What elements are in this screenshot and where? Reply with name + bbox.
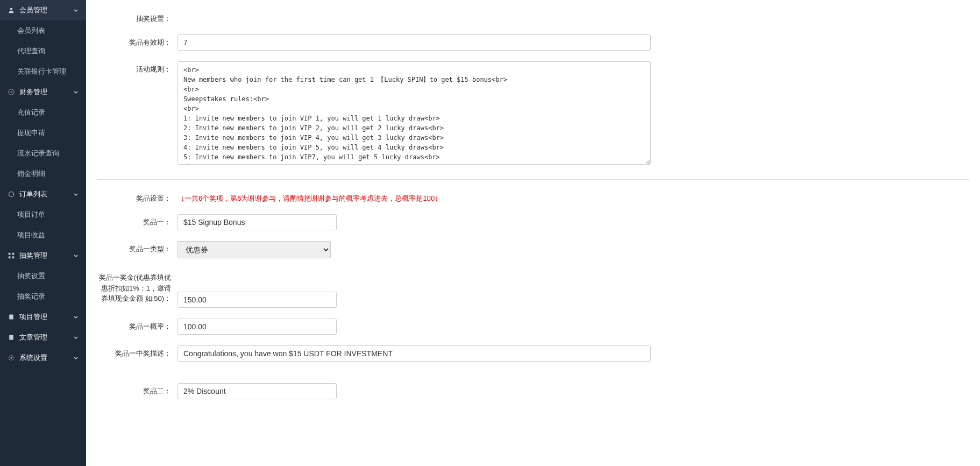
doc-icon bbox=[8, 334, 15, 341]
sidebar-item-lottery-records[interactable]: 抽奖记录 bbox=[0, 286, 86, 307]
lottery-settings-label: 抽奖设置： bbox=[97, 11, 177, 24]
prize-validity-label: 奖品有效期： bbox=[97, 34, 177, 47]
yen-icon: ¥ bbox=[8, 88, 15, 96]
prize1-bonus-label: 奖品一奖金(优惠券填优惠折扣如1%：1，邀请券填现金金额 如:50)： bbox=[97, 269, 177, 304]
sidebar-item-withdraw[interactable]: 提现申请 bbox=[0, 123, 86, 143]
sidebar-group-label: 财务管理 bbox=[19, 87, 73, 97]
svg-rect-4 bbox=[9, 253, 11, 255]
sidebar-group-lottery[interactable]: 抽奖管理 bbox=[0, 245, 86, 266]
chevron-down-icon bbox=[73, 8, 79, 13]
prize1-input[interactable] bbox=[177, 214, 337, 230]
svg-point-0 bbox=[10, 8, 13, 11]
sidebar-group-project[interactable]: 项目管理 bbox=[0, 307, 86, 327]
prize1-type-select[interactable]: 优惠券 bbox=[177, 241, 331, 258]
prize-settings-label: 奖品设置： bbox=[97, 190, 177, 203]
svg-rect-7 bbox=[12, 257, 15, 259]
sidebar-group-label: 会员管理 bbox=[19, 5, 73, 15]
prize1-bonus-input[interactable] bbox=[177, 292, 337, 308]
sidebar-item-project-order[interactable]: 项目订单 bbox=[0, 204, 86, 225]
prize-settings-hint: （一共6个奖项，第6为谢谢参与，请酌情把谢谢参与的概率考虑进去，总概率是100） bbox=[177, 190, 651, 203]
divider bbox=[97, 179, 969, 180]
sidebar-item-lottery-settings[interactable]: 抽奖设置 bbox=[0, 266, 86, 286]
doc-icon bbox=[8, 313, 15, 321]
gear-icon bbox=[8, 354, 15, 362]
activity-rules-textarea[interactable]: <br> New members who join for the first … bbox=[177, 61, 651, 165]
chevron-down-icon bbox=[73, 335, 79, 340]
sidebar-group-label: 系统设置 bbox=[19, 353, 73, 363]
svg-rect-5 bbox=[12, 253, 15, 255]
sidebar-item-bankcard[interactable]: 关联银行卡管理 bbox=[0, 61, 86, 82]
chevron-down-icon bbox=[73, 355, 79, 361]
sidebar-group-label: 订单列表 bbox=[19, 189, 73, 199]
prize2-label: 奖品二： bbox=[97, 383, 177, 396]
sidebar-group-member[interactable]: 会员管理 bbox=[0, 0, 86, 20]
sidebar-group-system[interactable]: 系统设置 bbox=[0, 348, 86, 368]
svg-rect-6 bbox=[9, 257, 11, 259]
sidebar-item-agent-query[interactable]: 代理查询 bbox=[0, 41, 86, 61]
sidebar-item-member-list[interactable]: 会员列表 bbox=[0, 20, 86, 41]
sidebar-group-label: 抽奖管理 bbox=[19, 251, 73, 260]
chevron-down-icon bbox=[73, 253, 79, 258]
sidebar-group-label: 文章管理 bbox=[19, 333, 73, 342]
sidebar-item-flow[interactable]: 流水记录查询 bbox=[0, 143, 86, 164]
activity-rules-label: 活动规则： bbox=[97, 61, 177, 74]
prize2-input[interactable] bbox=[177, 383, 337, 399]
sidebar-item-project-income[interactable]: 项目收益 bbox=[0, 225, 86, 245]
svg-point-3 bbox=[9, 192, 14, 197]
sidebar: 会员管理 会员列表 代理查询 关联银行卡管理 ¥ 财务管理 充值记录 提现申请 … bbox=[0, 0, 86, 421]
prize1-prob-label: 奖品一概率： bbox=[97, 319, 177, 331]
prize1-prob-input[interactable] bbox=[177, 319, 337, 335]
sidebar-group-finance[interactable]: ¥ 财务管理 bbox=[0, 82, 86, 102]
sidebar-item-recharge[interactable]: 充值记录 bbox=[0, 102, 86, 123]
prize1-desc-input[interactable] bbox=[177, 345, 651, 362]
chevron-down-icon bbox=[73, 314, 79, 320]
grid-icon bbox=[8, 252, 15, 259]
svg-text:¥: ¥ bbox=[10, 90, 12, 94]
svg-rect-9 bbox=[9, 335, 13, 340]
prize1-desc-label: 奖品一中奖描述： bbox=[97, 345, 177, 358]
circle-icon bbox=[8, 190, 15, 198]
chevron-down-icon bbox=[73, 192, 79, 197]
prize1-label: 奖品一： bbox=[97, 214, 177, 227]
prize-validity-input[interactable] bbox=[177, 34, 651, 51]
svg-point-10 bbox=[11, 357, 12, 359]
svg-rect-8 bbox=[9, 315, 13, 320]
main-content: 抽奖设置： 奖品有效期： 活动规则： <br> New members who … bbox=[86, 11, 980, 421]
sidebar-group-label: 项目管理 bbox=[19, 312, 73, 322]
user-icon bbox=[8, 6, 15, 14]
sidebar-group-orders[interactable]: 订单列表 bbox=[0, 184, 86, 204]
chevron-down-icon bbox=[73, 89, 79, 95]
sidebar-group-article[interactable]: 文章管理 bbox=[0, 327, 86, 348]
sidebar-item-commission[interactable]: 佣金明细 bbox=[0, 164, 86, 184]
prize1-type-label: 奖品一类型： bbox=[97, 241, 177, 254]
